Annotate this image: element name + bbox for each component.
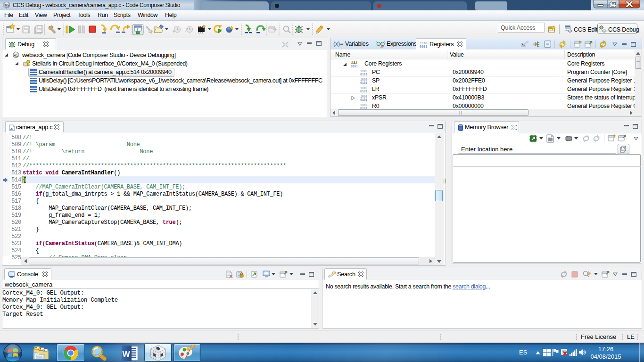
svg-text:1010: 1010 — [360, 104, 367, 107]
svg-text:0101: 0101 — [360, 99, 367, 101]
svg-text:1010: 1010 — [360, 87, 367, 90]
svg-text:1010: 1010 — [360, 95, 367, 99]
svg-text:1010: 1010 — [360, 78, 367, 82]
svg-text:1010: 1010 — [360, 70, 367, 73]
svg-text:0101: 0101 — [360, 90, 367, 93]
svg-text:0101: 0101 — [351, 65, 358, 68]
svg-text:0101: 0101 — [360, 82, 367, 84]
svg-text:0101: 0101 — [360, 73, 367, 76]
svg-text:.c: .c — [10, 126, 13, 131]
svg-text:0101: 0101 — [420, 45, 427, 48]
